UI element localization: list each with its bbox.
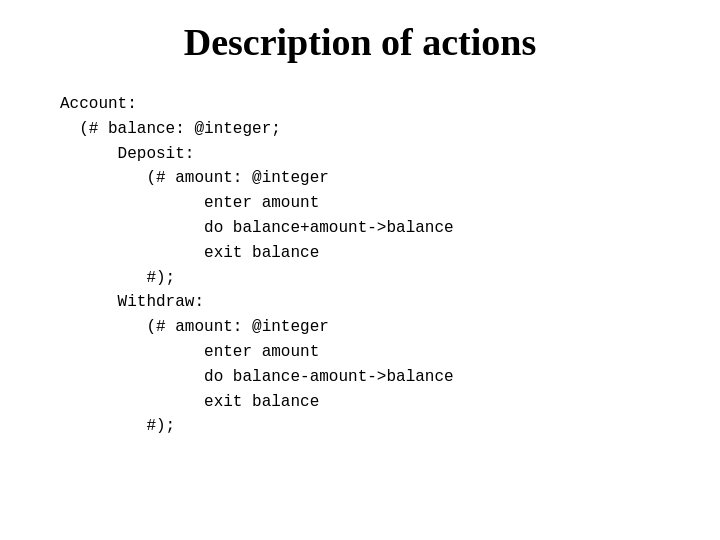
code-line-7: #); xyxy=(60,269,175,287)
code-line-11: do balance-amount->balance xyxy=(60,368,454,386)
code-line-10: enter amount xyxy=(60,343,319,361)
page-title: Description of actions xyxy=(40,20,680,64)
code-line-8: Withdraw: xyxy=(60,293,204,311)
code-line-13: #); xyxy=(60,417,175,435)
code-line-0: Account: xyxy=(60,95,137,113)
code-line-9: (# amount: @integer xyxy=(60,318,329,336)
code-line-1: (# balance: @integer; xyxy=(60,120,281,138)
code-line-12: exit balance xyxy=(60,393,319,411)
page-container: Description of actions Account: (# balan… xyxy=(0,0,720,540)
code-block: Account: (# balance: @integer; Deposit: … xyxy=(60,92,454,439)
code-line-2: Deposit: xyxy=(60,145,194,163)
code-line-5: do balance+amount->balance xyxy=(60,219,454,237)
code-line-6: exit balance xyxy=(60,244,319,262)
code-line-3: (# amount: @integer xyxy=(60,169,329,187)
code-line-4: enter amount xyxy=(60,194,319,212)
